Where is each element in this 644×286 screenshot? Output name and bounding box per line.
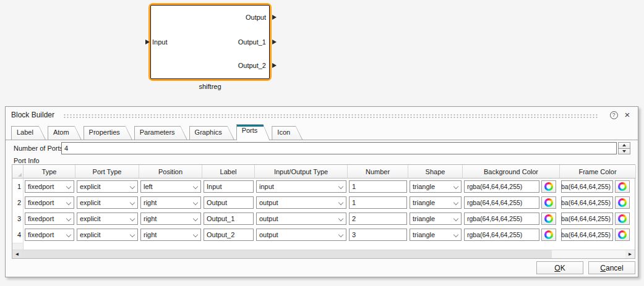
spin-down-button[interactable] <box>618 149 630 155</box>
frame-color-picker-button[interactable] <box>615 196 630 209</box>
shape-combo[interactable]: triangle <box>410 196 462 209</box>
frame-color-picker-button[interactable] <box>615 180 630 193</box>
column-header-io-type[interactable]: Input/Output Type <box>255 165 348 179</box>
label-field[interactable]: Output_2 <box>204 229 254 241</box>
dialog-titlebar[interactable]: Block Builder ? × <box>6 107 638 123</box>
spin-up-button[interactable] <box>618 142 630 149</box>
tab-parameters[interactable]: Parameters <box>134 126 187 140</box>
tab-ports[interactable]: Ports <box>236 124 270 140</box>
row-header[interactable]: 3 <box>12 211 24 227</box>
scroll-right-button[interactable]: ► <box>625 250 635 258</box>
table-row: 1 fixedport explicit left Input input 1 … <box>12 179 635 195</box>
io-type-combo[interactable]: output <box>256 212 346 225</box>
table-header-row: Type Port Type Position Label Input/Outp… <box>12 165 635 179</box>
row-header[interactable]: 1 <box>12 179 24 195</box>
number-of-ports-value: 4 <box>64 145 68 152</box>
shape-value: triangle <box>413 215 435 222</box>
number-field[interactable]: 1 <box>349 196 407 209</box>
number-field[interactable]: 1 <box>349 180 407 193</box>
column-header-type[interactable]: Type <box>24 165 75 179</box>
type-value: fixedport <box>28 231 54 238</box>
titlebar-drag-handle[interactable] <box>63 114 598 118</box>
port-info-label: Port Info <box>14 157 40 164</box>
close-button[interactable]: × <box>622 110 632 120</box>
position-combo[interactable]: right <box>140 212 201 225</box>
type-combo[interactable]: fixedport <box>25 229 74 241</box>
scrollbar-thumb[interactable] <box>22 250 552 258</box>
dropdown-arrow-icon <box>193 200 198 205</box>
column-header-background-color[interactable]: Background Color <box>463 165 560 179</box>
frame-color-field[interactable]: rgba(64,64,64,255) <box>561 196 613 209</box>
type-combo[interactable]: fixedport <box>25 212 74 225</box>
column-header-number[interactable]: Number <box>348 165 408 179</box>
io-type-combo[interactable]: input <box>256 180 346 193</box>
select-all-corner[interactable] <box>12 165 24 179</box>
horizontal-scrollbar[interactable]: ◄ ► <box>12 250 635 258</box>
scroll-left-icon: ◄ <box>15 252 20 257</box>
background-color-picker-button[interactable] <box>541 196 556 209</box>
port-type-combo[interactable]: explicit <box>77 180 138 193</box>
shape-combo[interactable]: triangle <box>410 229 462 241</box>
ok-button[interactable]: OK <box>536 261 583 274</box>
position-combo[interactable]: right <box>140 229 201 241</box>
port-type-combo[interactable]: explicit <box>77 212 138 225</box>
tab-icon[interactable]: Icon <box>272 126 303 140</box>
number-field[interactable]: 2 <box>349 212 407 225</box>
ok-accesskey: O <box>554 264 560 272</box>
table-row: 4 fixedport explicit right Output_2 outp… <box>12 227 635 243</box>
tab-graphics[interactable]: Graphics <box>189 126 234 140</box>
shape-combo[interactable]: triangle <box>410 180 462 193</box>
port-type-combo[interactable]: explicit <box>77 229 138 241</box>
dropdown-arrow-icon <box>453 200 458 205</box>
label-value: Output <box>207 199 227 206</box>
frame-color-value: rgba(64,64,64,255) <box>561 199 611 206</box>
label-value: Output_2 <box>207 231 234 238</box>
frame-color-field[interactable]: rgba(64,64,64,255) <box>561 212 613 225</box>
position-combo[interactable]: right <box>140 196 201 209</box>
column-header-label[interactable]: Label <box>202 165 255 179</box>
tab-atom[interactable]: Atom <box>48 126 82 140</box>
type-combo[interactable]: fixedport <box>25 180 74 193</box>
type-combo[interactable]: fixedport <box>25 196 74 209</box>
background-color-field[interactable]: rgba(64,64,64,255) <box>464 196 539 209</box>
label-field[interactable]: Input <box>204 180 254 193</box>
background-color-field[interactable]: rgba(64,64,64,255) <box>464 180 539 193</box>
background-color-picker-button[interactable] <box>541 212 556 225</box>
background-color-picker-button[interactable] <box>541 180 556 193</box>
frame-color-field[interactable]: rgba(64,64,64,255) <box>561 180 613 193</box>
column-header-frame-color[interactable]: Frame Color <box>560 165 636 179</box>
number-of-ports-input[interactable]: 4 <box>61 142 617 154</box>
column-header-shape[interactable]: Shape <box>408 165 463 179</box>
tab-properties[interactable]: Properties <box>84 126 132 140</box>
frame-color-value: rgba(64,64,64,255) <box>561 215 611 222</box>
background-color-field[interactable]: rgba(64,64,64,255) <box>464 229 539 241</box>
io-type-combo[interactable]: output <box>256 229 346 241</box>
label-field[interactable]: Output_1 <box>204 212 254 225</box>
scroll-left-button[interactable]: ◄ <box>12 250 22 258</box>
io-type-combo[interactable]: output <box>256 196 346 209</box>
cancel-button[interactable]: Cancel <box>588 261 635 274</box>
position-combo[interactable]: left <box>140 180 201 193</box>
background-color-field[interactable]: rgba(64,64,64,255) <box>464 212 539 225</box>
port-type-combo[interactable]: explicit <box>77 196 138 209</box>
frame-color-picker-button[interactable] <box>615 212 630 225</box>
frame-color-value: rgba(64,64,64,255) <box>561 183 611 190</box>
port-info-table: Type Port Type Position Label Input/Outp… <box>12 164 635 259</box>
help-button[interactable]: ? <box>609 110 619 120</box>
dropdown-arrow-icon <box>130 216 135 221</box>
column-header-port-type[interactable]: Port Type <box>75 165 139 179</box>
tab-label[interactable]: Label <box>11 126 46 140</box>
frame-color-picker-button[interactable] <box>615 229 630 241</box>
number-field[interactable]: 3 <box>349 229 407 241</box>
column-header-position[interactable]: Position <box>139 165 202 179</box>
frame-color-field[interactable]: rgba(64,64,64,255) <box>561 229 613 241</box>
background-color-picker-button[interactable] <box>541 229 556 241</box>
port-type-value: explicit <box>80 183 101 190</box>
number-value: 1 <box>352 183 356 190</box>
label-field[interactable]: Output <box>204 196 254 209</box>
shape-combo[interactable]: triangle <box>410 212 462 225</box>
position-value: right <box>144 215 157 222</box>
row-header[interactable]: 2 <box>12 195 24 211</box>
row-header[interactable]: 4 <box>12 227 24 243</box>
shiftreg-block[interactable]: Input Output Output_1 Output_2 shiftreg <box>148 3 272 81</box>
